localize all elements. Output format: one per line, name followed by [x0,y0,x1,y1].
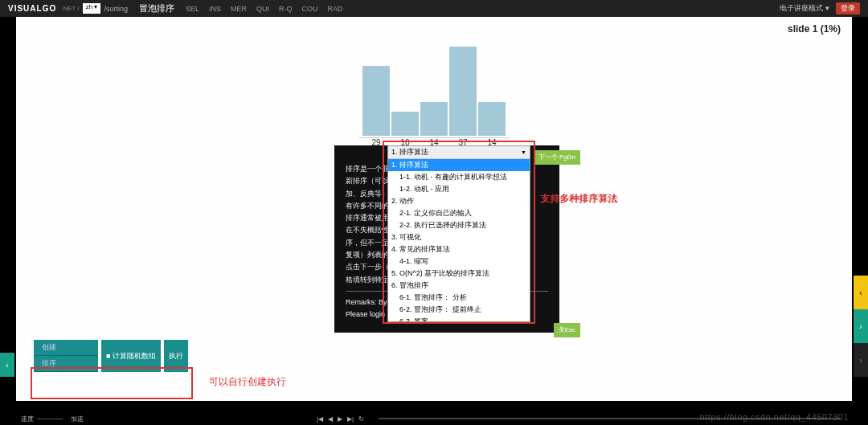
dropdown-item[interactable]: 6-3. 答案 [388,316,530,322]
dropdown-item[interactable]: 2-1. 定义你自己的输入 [388,207,530,219]
watermark: https://blog.csdn.net/qq_44507301 [700,412,849,422]
bar-chart: 2910143714 [362,39,506,136]
nav-ins[interactable]: INS [209,5,221,13]
dropdown-item[interactable]: 2. 动作 [388,195,530,207]
logo[interactable]: VISUALGO [8,4,56,13]
bar[interactable]: 14 [420,102,448,136]
step-back-icon[interactable]: ◀ [328,415,333,423]
dropdown-item[interactable]: 2-2. 执行已选择的排序算法 [388,219,530,231]
bar[interactable]: 10 [391,112,419,136]
create-tab[interactable]: 创建 [34,340,98,356]
dropdown-item[interactable]: 1-2. 动机 - 应用 [388,183,530,195]
exec-button[interactable]: 执行 [164,340,188,372]
replay-icon[interactable]: ↻ [358,415,364,423]
slide-indicator: slide 1 (1%) [788,23,841,35]
chevron-down-icon: ▼ [521,149,526,155]
stage: slide 1 (1%) 2910143714 下一个 PgDn 排序是一个非常… [16,17,852,401]
prev-pager[interactable]: ‹ [0,353,14,377]
dropdown-item[interactable]: 1. 排序算法 [388,159,530,171]
dropdown-item[interactable]: 1-1. 动机 - 有趣的计算机科学想法 [388,171,530,183]
annotation-text-1: 支持多种排序算法 [540,192,617,206]
nav-rad[interactable]: RAD [328,5,343,13]
dropdown-item[interactable]: 4-1. 缩写 [388,255,530,268]
skip-start-icon[interactable]: |◀ [317,415,323,423]
chapter-dropdown[interactable]: 1. 排序算法 ▼ 1. 排序算法1-1. 动机 - 有趣的计算机科学想法1-2… [387,145,530,322]
accel-label: 加速 [71,415,84,423]
login-button[interactable]: 登录 [836,2,860,14]
bar[interactable]: 37 [449,47,477,136]
dropdown-item[interactable]: 6-1. 冒泡排序： 分析 [388,292,530,304]
nav-mer[interactable]: MER [231,5,247,13]
nav-rq[interactable]: R-Q [279,5,293,13]
step-forward-icon[interactable]: ▶| [347,415,354,423]
top-bar: VISUALGO .NET / zh ▾ /sorting 冒泡排序 SEL I… [0,0,868,17]
annotation-box-2 [31,367,193,399]
nav-qui[interactable]: QUI [256,5,269,13]
next-button[interactable]: 下一个 PgDn [534,150,580,165]
side-pagers: ‹ › › [854,276,868,377]
bar-baseline [358,137,510,138]
dropdown-item[interactable]: 4. 常见的排序算法 [388,243,530,255]
control-pane: 创建 排序 ■ 计算随机数组 执行 [34,340,188,372]
logo-suffix: .NET / [61,5,80,12]
pager-yellow[interactable]: ‹ [854,276,868,309]
lang-select[interactable]: zh ▾ [83,3,101,14]
algo-nav: SEL INS MER QUI R-Q COU RAD [186,5,343,13]
pager-black[interactable]: › [854,343,868,377]
dropdown-item[interactable]: 3. 可视化 [388,231,530,243]
random-button[interactable]: ■ 计算随机数组 [101,340,161,372]
dropdown-header[interactable]: 1. 排序算法 ▼ [388,146,530,159]
dropdown-item[interactable]: 6. 冒泡排序 [388,280,530,292]
dropdown-item[interactable]: 5. O(N^2) 基于比较的排序算法 [388,268,530,280]
bar[interactable]: 14 [478,102,506,136]
pager-green[interactable]: › [854,309,868,343]
bar[interactable]: 29 [362,66,390,136]
dropdown-item[interactable]: 6-2. 冒泡排序： 提前终止 [388,304,530,316]
path: /sorting [104,5,128,13]
playback-controls: |◀ ◀ ▶ ▶| ↻ [317,415,364,423]
nav-sel[interactable]: SEL [186,5,199,13]
close-button[interactable]: 关Esc [554,323,580,337]
algo-title[interactable]: 冒泡排序 [139,2,174,14]
mode-select[interactable]: 电子讲座模式 ▾ [780,3,829,14]
speed-label: 速度 [21,415,34,423]
sort-tab[interactable]: 排序 [34,356,98,372]
annotation-text-2: 可以自行创建执行 [209,375,286,389]
play-icon[interactable]: ▶ [338,415,342,423]
nav-cou[interactable]: COU [302,5,318,13]
